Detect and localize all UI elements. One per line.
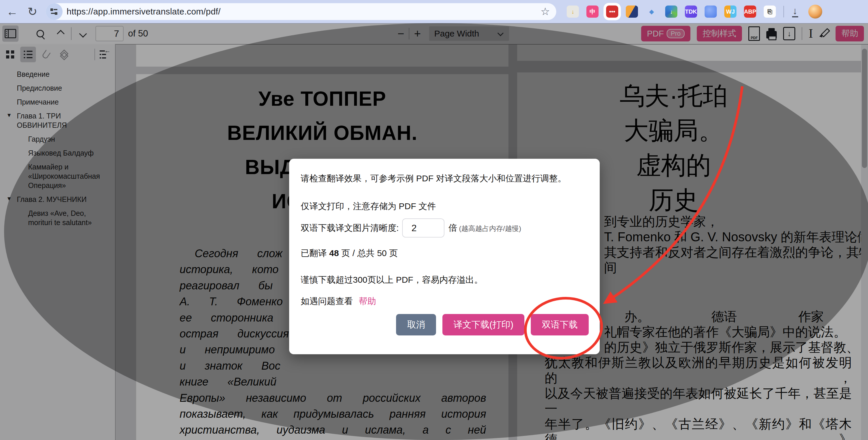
translation-progress: 已翻译 48 页 / 总共 50 页 [301,247,589,259]
flame-extension-icon[interactable] [626,5,638,18]
dialog-print-note: 仅译文打印，注意存储为 PDF 文件 [301,200,589,212]
help-row: 如遇问题查看 帮助 [301,295,589,307]
bookmark-star-icon[interactable]: ☆ [540,5,550,18]
blue-oval-extension-icon[interactable] [705,5,717,18]
downloads-icon[interactable]: ↓ [787,3,803,20]
clarity-unit: 倍 [448,222,457,234]
download-manager-extension-icon[interactable]: ↓ [665,5,677,18]
adblock-plus-extension-icon[interactable]: ABP [744,5,756,18]
site-settings-icon[interactable] [46,3,63,20]
clipboard-extension-icon[interactable]: ⎘ [764,5,776,18]
clarity-row: 双语下载译文图片清晰度: 2 倍 (越高越占内存/越慢) [301,218,589,238]
back-icon[interactable]: ← [4,3,20,20]
profile-avatar[interactable] [808,5,822,19]
pages-translated-count: 48 [329,248,339,258]
password-manager-extension-icon[interactable]: ••• [606,5,618,18]
help-link[interactable]: 帮助 [359,296,376,306]
address-bar[interactable]: https://app.immersivetranslate.com/pdf/ … [46,3,556,20]
reload-icon[interactable]: ↻ [24,3,40,20]
clarity-input[interactable]: 2 [402,218,444,238]
wj-extension-icon[interactable]: WJ [724,5,737,18]
tdk-extension-icon[interactable]: TDK [685,5,697,18]
clarity-label: 双语下载译文图片清晰度: [301,222,399,234]
balloon-extension-icon[interactable]: ◆ [646,5,658,18]
cancel-button[interactable]: 取消 [396,314,436,336]
download-dialog: 请检查翻译效果，可参考示例 PDF 对译文段落大小和位置进行调整。 仅译文打印，… [289,159,600,354]
clarity-note: (越高越占内存/越慢) [459,224,521,233]
toolbar-separator [783,6,784,18]
screenshot-extension-icon[interactable]: ↓ [567,5,579,18]
browser-toolbar: ← → ↻ https://app.immersivetranslate.com… [0,0,868,24]
dialog-intro-text: 请检查翻译效果，可参考示例 PDF 对译文段落大小和位置进行调整。 [301,172,589,185]
immersive-translate-extension-icon[interactable]: 中 [586,5,598,18]
download-bilingual-button[interactable]: 双语下载 [531,314,589,336]
url-text[interactable]: https://app.immersivetranslate.com/pdf/ [67,7,556,17]
memory-warning: 谨慎下载超过300页以上 PDF，容易内存溢出。 [301,274,589,286]
extensions-row: ↓中•••◆↓TDKWJABP⎘ [567,5,776,18]
download-translated-button[interactable]: 译文下载(打印) [442,314,524,336]
